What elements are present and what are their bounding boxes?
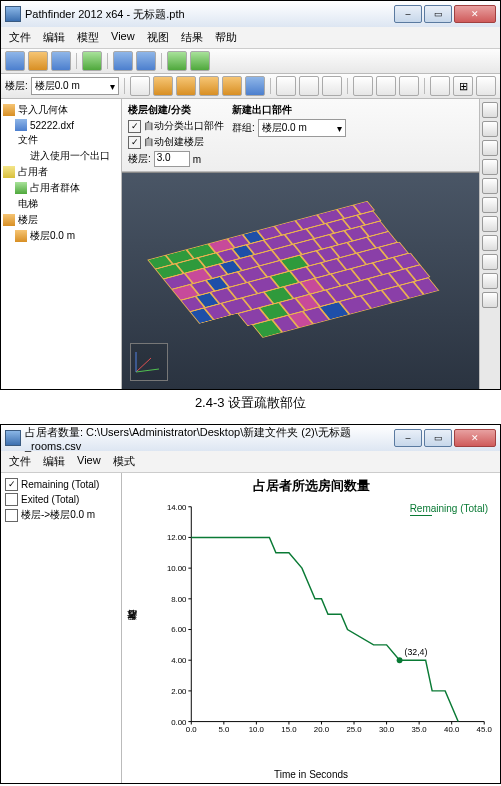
close-button[interactable]: ✕: [454, 5, 496, 23]
counter-icon[interactable]: [482, 197, 498, 213]
play-icon[interactable]: [190, 51, 210, 71]
tool-occupant-icon[interactable]: [245, 76, 265, 96]
minimize-button[interactable]: –: [394, 429, 422, 447]
series-checkbox[interactable]: Exited (Total): [5, 492, 117, 507]
window-title: Pathfinder 2012 x64 - 无标题.pth: [25, 7, 390, 22]
floor-creation-group: 楼层创建/分类 ✓自动分类出口部件 ✓自动创建楼层 楼层: 3.0 m: [128, 103, 224, 167]
separator: [424, 78, 425, 94]
stair-icon[interactable]: [482, 235, 498, 251]
menu-item[interactable]: 模型: [75, 29, 101, 46]
menu-item[interactable]: 结果: [179, 29, 205, 46]
tool-ramp-icon[interactable]: [222, 76, 242, 96]
group-select-row: 群组: 楼层0.0 m▾: [232, 119, 346, 137]
auto-classify-checkbox[interactable]: ✓自动分类出口部件: [128, 119, 224, 133]
separator: [124, 78, 125, 94]
measure-point-icon[interactable]: [482, 273, 498, 289]
menu-item[interactable]: 视图: [145, 29, 171, 46]
tree-item[interactable]: 楼层0.0 m: [3, 228, 119, 244]
tree-item[interactable]: 导入几何体: [3, 102, 119, 118]
separator: [270, 78, 271, 94]
tree-item[interactable]: 占用者: [3, 164, 119, 180]
tree-item[interactable]: 楼层: [3, 212, 119, 228]
tool-select-icon[interactable]: [130, 76, 150, 96]
building-model: [147, 197, 454, 348]
settings-icon[interactable]: [476, 76, 496, 96]
chart-title: 占居者所选房间数量: [122, 477, 500, 495]
svg-point-41: [397, 657, 403, 663]
svg-text:(32,4): (32,4): [404, 647, 427, 657]
menubar: 文件编辑模型View视图结果帮助: [1, 27, 500, 49]
zoom-in-icon[interactable]: [376, 76, 396, 96]
open-icon[interactable]: [28, 51, 48, 71]
elevator-icon[interactable]: [482, 254, 498, 270]
app-icon: [5, 6, 21, 22]
svg-text:8.00: 8.00: [171, 595, 187, 604]
toolbar-1: [1, 49, 500, 74]
svg-text:0.00: 0.00: [171, 718, 187, 727]
tree-item[interactable]: 进入使用一个出口: [3, 148, 119, 164]
group-select[interactable]: 楼层0.0 m▾: [258, 119, 346, 137]
tree-item[interactable]: 占用者群体: [3, 180, 119, 196]
titlebar: Pathfinder 2012 x64 - 无标题.pth – ▭ ✕: [1, 1, 500, 27]
menu-item[interactable]: View: [109, 29, 137, 46]
tool-stair-icon[interactable]: [199, 76, 219, 96]
menu-item[interactable]: 编辑: [41, 453, 67, 470]
behavior-icon[interactable]: [482, 140, 498, 156]
menu-item[interactable]: 编辑: [41, 29, 67, 46]
menu-item[interactable]: View: [75, 453, 103, 470]
agent-group-icon[interactable]: [482, 121, 498, 137]
tree-item[interactable]: 52222.dxf: [3, 118, 119, 132]
svg-text:0.0: 0.0: [186, 725, 198, 734]
series-checkbox[interactable]: ✓Remaining (Total): [5, 477, 117, 492]
floor-select[interactable]: 楼层0.0 m▾: [31, 77, 119, 95]
menu-item[interactable]: 帮助: [213, 29, 239, 46]
menu-item[interactable]: 文件: [7, 29, 33, 46]
zoom-out-icon[interactable]: [399, 76, 419, 96]
minimize-button[interactable]: –: [394, 5, 422, 23]
agent-icon[interactable]: [482, 102, 498, 118]
nav-tree[interactable]: 导入几何体52222.dxf文件进入使用一个出口占用者占用者群体电梯楼层楼层0.…: [1, 99, 121, 389]
tree-item[interactable]: 电梯: [3, 196, 119, 212]
window-buttons: – ▭ ✕: [394, 429, 496, 447]
grid-icon[interactable]: ⊞: [453, 76, 473, 96]
goal-icon[interactable]: [482, 159, 498, 175]
save-icon[interactable]: [51, 51, 71, 71]
separator: [347, 78, 348, 94]
svg-text:20.0: 20.0: [314, 725, 330, 734]
svg-text:14.00: 14.00: [167, 503, 187, 512]
chart-main: ✓Remaining (Total)Exited (Total)楼层->楼层0.…: [1, 473, 500, 783]
view-3d-icon[interactable]: [322, 76, 342, 96]
figure-chart-window: 占居者数量: C:\Users\Administrator\Desktop\新建…: [0, 424, 501, 784]
tool-room-icon[interactable]: [153, 76, 173, 96]
zoom-fit-icon[interactable]: [353, 76, 373, 96]
toolbar-2: 楼层: 楼层0.0 m▾ ⊞: [1, 74, 500, 99]
menu-item[interactable]: 文件: [7, 453, 33, 470]
region-icon[interactable]: [482, 292, 498, 308]
undo-icon[interactable]: [113, 51, 133, 71]
measure-icon[interactable]: [430, 76, 450, 96]
new-exit-group: 新建出口部件 群组: 楼层0.0 m▾: [232, 103, 346, 167]
viewport-3d[interactable]: [122, 172, 479, 389]
view-shaded-icon[interactable]: [299, 76, 319, 96]
new-icon[interactable]: [5, 51, 25, 71]
maximize-button[interactable]: ▭: [424, 5, 452, 23]
door-icon[interactable]: [482, 216, 498, 232]
dxf-import-icon[interactable]: [82, 51, 102, 71]
separator: [107, 53, 108, 69]
view-wireframe-icon[interactable]: [276, 76, 296, 96]
series-checkbox[interactable]: 楼层->楼层0.0 m: [5, 507, 117, 523]
waypoint-icon[interactable]: [482, 178, 498, 194]
tool-door-icon[interactable]: [176, 76, 196, 96]
floor-height-input[interactable]: 3.0: [154, 151, 190, 167]
panel-header: 新建出口部件: [232, 103, 346, 117]
maximize-button[interactable]: ▭: [424, 429, 452, 447]
auto-create-floor-checkbox[interactable]: ✓自动创建楼层: [128, 135, 224, 149]
menu-item[interactable]: 模式: [111, 453, 137, 470]
tree-item[interactable]: 文件: [3, 132, 119, 148]
redo-icon[interactable]: [136, 51, 156, 71]
svg-text:45.0: 45.0: [477, 725, 493, 734]
svg-text:2.00: 2.00: [171, 687, 187, 696]
properties-panel: 楼层创建/分类 ✓自动分类出口部件 ✓自动创建楼层 楼层: 3.0 m 新建出口…: [122, 99, 479, 172]
close-button[interactable]: ✕: [454, 429, 496, 447]
run-icon[interactable]: [167, 51, 187, 71]
